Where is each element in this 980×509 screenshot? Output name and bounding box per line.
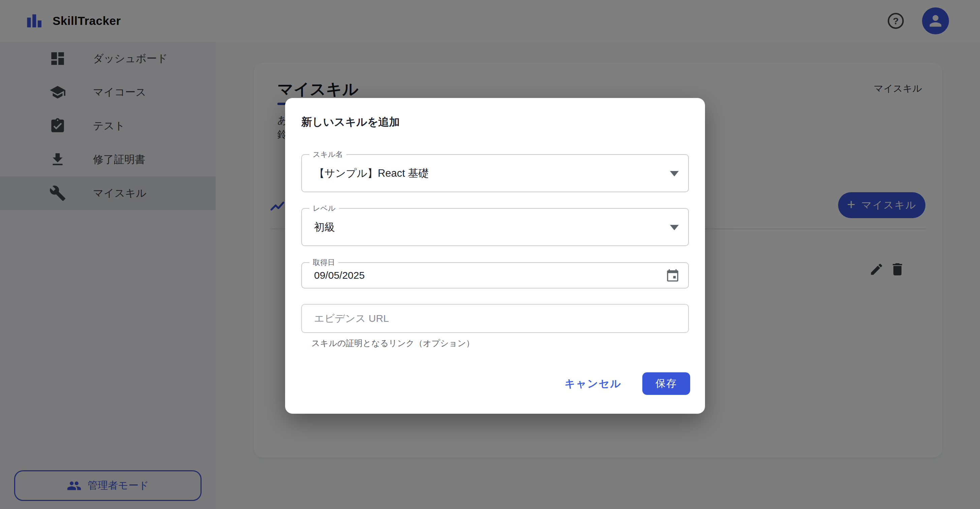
dialog-actions: キャンセル 保存 xyxy=(556,372,690,395)
acquired-date-field[interactable]: 取得日 09/05/2025 xyxy=(301,262,689,289)
evidence-url-helper: スキルの証明となるリンク（オプション） xyxy=(312,338,474,349)
evidence-url-field xyxy=(301,304,689,333)
skill-name-value: 【サンプル】React 基礎 xyxy=(314,166,429,181)
level-value: 初級 xyxy=(314,220,335,234)
cancel-button[interactable]: キャンセル xyxy=(556,372,630,395)
skill-name-select[interactable]: スキル名 【サンプル】React 基礎 xyxy=(301,154,689,192)
evidence-url-input[interactable] xyxy=(314,304,671,332)
calendar-icon[interactable] xyxy=(666,269,679,282)
acquired-date-value: 09/05/2025 xyxy=(314,270,364,281)
skill-name-label: スキル名 xyxy=(309,150,347,159)
add-skill-dialog: 新しいスキルを追加 スキル名 【サンプル】React 基礎 レベル 初級 取得日… xyxy=(285,98,705,414)
chevron-down-icon xyxy=(670,171,679,176)
chevron-down-icon xyxy=(670,225,679,230)
save-button[interactable]: 保存 xyxy=(642,372,690,395)
level-select[interactable]: レベル 初級 xyxy=(301,208,689,246)
acquired-date-label: 取得日 xyxy=(309,258,338,267)
level-label: レベル xyxy=(309,204,339,213)
dialog-title: 新しいスキルを追加 xyxy=(301,115,400,130)
